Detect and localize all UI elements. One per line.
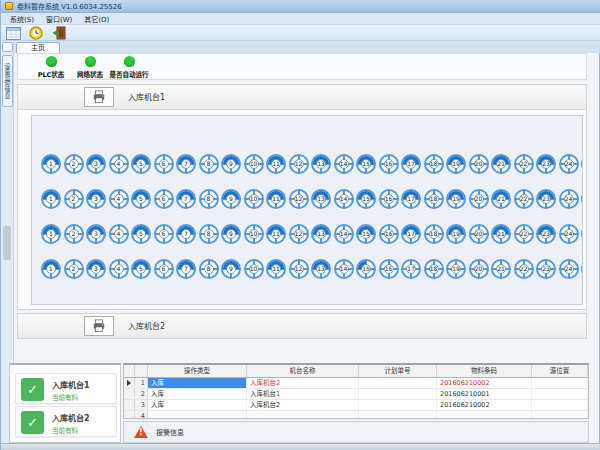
reel-slot[interactable]: 14 bbox=[334, 259, 354, 279]
table-row[interactable]: 2入库入库机台1201606210001 bbox=[124, 389, 588, 400]
reel-slot[interactable]: 2 bbox=[64, 189, 84, 209]
reel-slot[interactable]: 6 bbox=[154, 259, 174, 279]
reel-slot[interactable]: 13 bbox=[311, 154, 331, 174]
table-cell[interactable] bbox=[359, 389, 437, 399]
reel-slot[interactable]: 22 bbox=[514, 154, 534, 174]
reel-slot[interactable]: 3 bbox=[86, 224, 106, 244]
reel-slot[interactable]: 9 bbox=[221, 259, 241, 279]
reel-slot[interactable]: 10 bbox=[244, 224, 264, 244]
reel-slot[interactable]: 21 bbox=[491, 224, 511, 244]
reel-slot[interactable]: 19 bbox=[446, 189, 466, 209]
table-cell[interactable]: 201606210001 bbox=[437, 389, 532, 399]
reel-slot[interactable]: 11 bbox=[266, 259, 286, 279]
reel-slot[interactable]: 25 bbox=[581, 259, 583, 279]
reel-slot[interactable]: 22 bbox=[514, 259, 534, 279]
table-cell[interactable]: 入库机台2 bbox=[247, 400, 359, 410]
reel-slot[interactable]: 1 bbox=[41, 189, 61, 209]
reel-slot[interactable]: 17 bbox=[401, 154, 421, 174]
table-cell[interactable] bbox=[532, 400, 588, 410]
reel-slot[interactable]: 5 bbox=[131, 154, 151, 174]
table-cell[interactable]: 入库机台1 bbox=[247, 389, 359, 399]
clock-icon[interactable] bbox=[27, 25, 45, 40]
exit-icon[interactable] bbox=[50, 25, 68, 40]
reel-slot[interactable]: 1 bbox=[41, 259, 61, 279]
reel-slot[interactable]: 18 bbox=[424, 154, 444, 174]
side-dock-stub[interactable] bbox=[2, 42, 13, 52]
reel-slot[interactable]: 11 bbox=[266, 154, 286, 174]
reel-slot[interactable]: 24 bbox=[559, 189, 579, 209]
reel-slot[interactable]: 18 bbox=[424, 224, 444, 244]
table-cell[interactable] bbox=[247, 411, 359, 419]
reel-slot[interactable]: 7 bbox=[176, 154, 196, 174]
tab-home[interactable]: 主页 bbox=[16, 42, 60, 53]
table-cell[interactable] bbox=[359, 378, 437, 388]
table-cell[interactable]: 201606210002 bbox=[437, 400, 532, 410]
menu-window[interactable]: 窗口(W) bbox=[40, 14, 78, 24]
reel-slot[interactable]: 16 bbox=[379, 189, 399, 209]
reel-slot[interactable]: 24 bbox=[559, 259, 579, 279]
reel-slot[interactable]: 4 bbox=[109, 259, 129, 279]
reel-slot[interactable]: 4 bbox=[109, 189, 129, 209]
reel-slot[interactable]: 23 bbox=[536, 259, 556, 279]
print-button[interactable] bbox=[84, 316, 114, 336]
reel-slot[interactable]: 18 bbox=[424, 189, 444, 209]
reel-slot[interactable]: 6 bbox=[154, 154, 174, 174]
table-cell[interactable] bbox=[359, 411, 437, 419]
table-cell[interactable] bbox=[532, 389, 588, 399]
reel-slot[interactable]: 14 bbox=[334, 154, 354, 174]
reel-slot[interactable]: 19 bbox=[446, 154, 466, 174]
reel-slot[interactable]: 3 bbox=[86, 189, 106, 209]
reel-slot[interactable]: 20 bbox=[469, 259, 489, 279]
reel-slot[interactable]: 22 bbox=[514, 189, 534, 209]
reel-slot[interactable]: 4 bbox=[109, 154, 129, 174]
reel-slot[interactable]: 20 bbox=[469, 154, 489, 174]
reel-slot[interactable]: 10 bbox=[244, 259, 264, 279]
reel-slot[interactable]: 6 bbox=[154, 224, 174, 244]
reel-slot[interactable]: 10 bbox=[244, 154, 264, 174]
reel-slot[interactable]: 10 bbox=[244, 189, 264, 209]
reel-slot[interactable]: 1 bbox=[41, 154, 61, 174]
table-cell[interactable] bbox=[532, 378, 588, 388]
reel-slot[interactable]: 15 bbox=[356, 259, 376, 279]
reel-slot[interactable]: 25 bbox=[581, 189, 583, 209]
reel-slot[interactable]: 5 bbox=[131, 259, 151, 279]
reel-slot[interactable]: 4 bbox=[109, 224, 129, 244]
reel-slot[interactable]: 2 bbox=[64, 154, 84, 174]
reel-slot[interactable]: 23 bbox=[536, 189, 556, 209]
reel-slot[interactable]: 7 bbox=[176, 189, 196, 209]
menu-other[interactable]: 其它(O) bbox=[78, 14, 115, 24]
reel-slot[interactable]: 15 bbox=[356, 224, 376, 244]
reel-slot[interactable]: 22 bbox=[514, 224, 534, 244]
reel-slot[interactable]: 13 bbox=[311, 224, 331, 244]
header-plan-number[interactable]: 计划单号 bbox=[359, 365, 437, 377]
reel-slot[interactable]: 9 bbox=[221, 154, 241, 174]
table-cell[interactable]: 入库 bbox=[148, 400, 247, 410]
reel-slot[interactable]: 14 bbox=[334, 224, 354, 244]
reel-slot[interactable]: 23 bbox=[536, 154, 556, 174]
reel-slot[interactable]: 18 bbox=[424, 259, 444, 279]
header-source-location[interactable]: 源位置 bbox=[532, 365, 588, 377]
reel-slot[interactable]: 12 bbox=[289, 224, 309, 244]
table-cell[interactable]: 入库机台2 bbox=[247, 378, 359, 388]
table-cell[interactable] bbox=[532, 411, 588, 419]
reel-slot[interactable]: 8 bbox=[199, 224, 219, 244]
table-cell[interactable]: 201606210002 bbox=[437, 378, 532, 388]
reel-slot[interactable]: 9 bbox=[221, 224, 241, 244]
reel-slot[interactable]: 20 bbox=[469, 189, 489, 209]
side-dock-tab[interactable]: 设备监控信息 bbox=[2, 55, 13, 107]
table-row[interactable]: 1入库入库机台2201606210002 bbox=[124, 378, 588, 389]
reel-slot[interactable]: 15 bbox=[356, 189, 376, 209]
table-cell[interactable]: 入库 bbox=[148, 389, 247, 399]
menu-system[interactable]: 系统(S) bbox=[4, 14, 40, 24]
reel-slot[interactable]: 12 bbox=[289, 189, 309, 209]
reel-slot[interactable]: 24 bbox=[559, 224, 579, 244]
reel-slot[interactable]: 17 bbox=[401, 224, 421, 244]
reel-slot[interactable]: 16 bbox=[379, 154, 399, 174]
reel-slot[interactable]: 25 bbox=[581, 154, 583, 174]
reel-slot[interactable]: 24 bbox=[559, 154, 579, 174]
reel-slot[interactable]: 17 bbox=[401, 259, 421, 279]
machine1-status-card[interactable]: ✓ 入库机台1 当前有料 bbox=[15, 373, 117, 404]
reel-slot[interactable]: 15 bbox=[356, 154, 376, 174]
reel-slot[interactable]: 25 bbox=[581, 224, 583, 244]
reel-slot[interactable]: 3 bbox=[86, 154, 106, 174]
